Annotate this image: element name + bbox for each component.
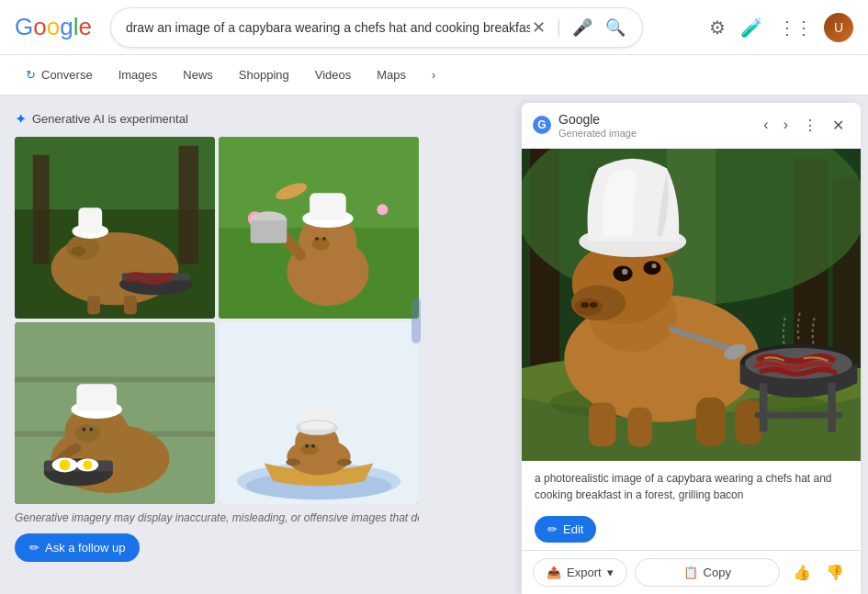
grid-image-4[interactable] <box>219 322 419 504</box>
logo-letter-g: G <box>15 13 33 41</box>
generative-label-text: Generative AI is experimental <box>32 112 188 126</box>
svg-point-7 <box>71 247 85 256</box>
svg-point-78 <box>622 269 627 275</box>
avatar[interactable]: U <box>824 13 853 42</box>
apps-icon-button[interactable]: ⋮⋮ <box>776 15 813 40</box>
panel-main-image <box>522 149 861 461</box>
edit-button[interactable]: ✏ Edit <box>535 516 596 543</box>
right-panel-header: G Google Generated image ‹ › ⋮ ✕ <box>522 103 861 149</box>
scroll-indicator[interactable] <box>411 297 421 343</box>
svg-rect-12 <box>87 296 100 314</box>
top-bar: G o o g l e ✕ | 🎤 🔍 ⚙ 🧪 ⋮⋮ U <box>0 0 868 55</box>
grid-image-1[interactable] <box>15 137 215 319</box>
converse-icon: ↻ <box>26 68 36 82</box>
svg-rect-89 <box>828 383 836 431</box>
svg-point-38 <box>60 460 71 471</box>
more-tabs-icon: › <box>432 68 435 82</box>
svg-rect-22 <box>251 220 287 243</box>
thumb-buttons: 👍 👎 <box>787 558 850 587</box>
disclaimer-text: Generative imagery may display inaccurat… <box>15 511 419 524</box>
svg-point-53 <box>311 444 315 448</box>
svg-point-75 <box>581 302 589 308</box>
svg-point-43 <box>74 424 100 443</box>
right-panel: G Google Generated image ‹ › ⋮ ✕ <box>521 103 861 594</box>
export-button[interactable]: 📤 Export ▾ <box>533 558 627 587</box>
tab-converse[interactable]: ↻ Converse <box>15 61 104 89</box>
ask-followup-label: Ask a follow up <box>45 541 125 555</box>
grid-image-3[interactable] <box>15 322 215 504</box>
tab-videos-label: Videos <box>315 68 352 82</box>
svg-rect-85 <box>696 398 726 446</box>
panel-title-group: Google Generated image <box>558 112 750 139</box>
tab-shopping-label: Shopping <box>239 68 289 82</box>
tab-more[interactable]: › <box>421 61 446 89</box>
svg-rect-86 <box>735 400 762 444</box>
labs-icon-button[interactable]: 🧪 <box>738 15 765 40</box>
top-right-icons: ⚙ 🧪 ⋮⋮ U <box>707 13 853 42</box>
tab-videos[interactable]: Videos <box>304 61 363 89</box>
svg-rect-2 <box>33 155 50 264</box>
export-icon: 📤 <box>547 566 561 579</box>
thumbs-up-button[interactable]: 👍 <box>787 558 817 587</box>
panel-close-button[interactable]: ✕ <box>827 113 850 138</box>
tab-news[interactable]: News <box>172 61 224 89</box>
pencil-icon: ✏ <box>547 522 558 536</box>
settings-icon-button[interactable]: ⚙ <box>707 15 727 40</box>
panel-more-button[interactable]: ⋮ <box>797 113 823 138</box>
image-grid <box>15 137 419 504</box>
svg-rect-3 <box>178 146 198 264</box>
svg-point-80 <box>651 263 656 268</box>
svg-point-52 <box>305 444 309 448</box>
tab-converse-label: Converse <box>41 68 93 82</box>
nav-tabs: ↻ Converse Images News Shopping Videos M… <box>0 55 868 95</box>
tab-shopping[interactable]: Shopping <box>228 61 300 89</box>
svg-point-44 <box>82 428 85 431</box>
tab-images[interactable]: Images <box>107 61 169 89</box>
svg-rect-42 <box>76 384 117 411</box>
generative-label: ✦ Generative AI is experimental <box>15 110 506 128</box>
svg-rect-13 <box>124 296 137 314</box>
svg-point-54 <box>286 459 300 466</box>
svg-rect-9 <box>78 207 102 233</box>
voice-search-button[interactable]: 🎤 <box>570 16 594 39</box>
svg-rect-83 <box>589 402 616 446</box>
export-label: Export <box>567 566 602 579</box>
panel-next-button[interactable]: › <box>778 113 794 137</box>
thumbs-down-button[interactable]: 👎 <box>820 558 850 587</box>
sparkle-icon: ✦ <box>15 110 27 128</box>
panel-google-icon: G <box>533 116 551 134</box>
search-bar-icons: ✕ | 🎤 🔍 <box>530 16 627 39</box>
edit-label: Edit <box>563 522 583 536</box>
panel-prev-button[interactable]: ‹ <box>758 113 773 137</box>
panel-subtitle: Generated image <box>558 128 750 139</box>
svg-rect-88 <box>760 383 768 431</box>
panel-title: Google <box>558 112 750 128</box>
search-button[interactable]: 🔍 <box>603 16 627 39</box>
left-panel: ✦ Generative AI is experimental <box>0 95 521 594</box>
svg-rect-25 <box>310 193 346 220</box>
copy-button[interactable]: 📋 Copy <box>635 558 780 587</box>
svg-point-76 <box>590 302 598 308</box>
svg-rect-31 <box>15 376 215 382</box>
search-input[interactable] <box>126 20 530 35</box>
grid-image-2[interactable] <box>219 137 419 319</box>
svg-point-18 <box>377 204 388 215</box>
svg-point-6 <box>66 235 99 261</box>
tab-news-label: News <box>183 68 213 82</box>
logo-letter-o1: o <box>33 13 46 41</box>
google-logo: G o o g l e <box>15 13 92 41</box>
search-bar: ✕ | 🎤 🔍 <box>110 7 643 48</box>
panel-footer: 📤 Export ▾ 📋 Copy 👍 👎 <box>522 550 861 594</box>
logo-letter-e: e <box>78 13 91 41</box>
svg-point-27 <box>315 237 319 241</box>
svg-point-51 <box>300 444 319 455</box>
svg-point-26 <box>311 238 330 251</box>
pencil-icon: ✏ <box>29 541 39 555</box>
tab-maps[interactable]: Maps <box>366 61 417 89</box>
svg-rect-84 <box>627 408 652 447</box>
clear-search-button[interactable]: ✕ <box>530 16 547 39</box>
ask-followup-button[interactable]: ✏ Ask a follow up <box>15 533 140 562</box>
svg-point-79 <box>643 261 660 275</box>
svg-point-40 <box>83 461 92 470</box>
main-content: ✦ Generative AI is experimental <box>0 95 868 594</box>
